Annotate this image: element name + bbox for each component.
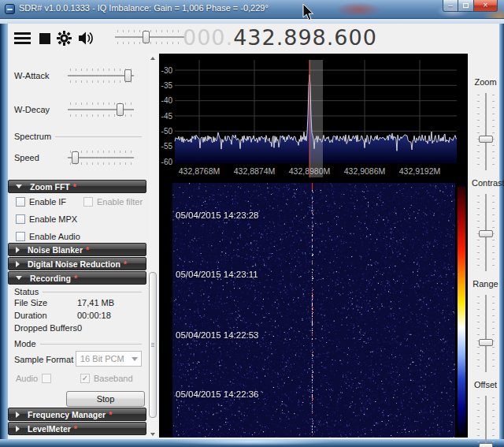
ticks <box>477 397 480 447</box>
enable-filter-checkbox <box>83 197 93 207</box>
collapse-icon <box>16 184 22 188</box>
range-slider[interactable] <box>476 295 496 372</box>
audio-checkbox <box>42 374 51 383</box>
collapse-icon <box>16 276 22 280</box>
ticks <box>477 296 480 371</box>
waterfall-display[interactable]: 05/04/2015 14:23:2805/04/2015 14:23:1105… <box>159 183 468 438</box>
w-decay-label: W-Decay <box>14 105 50 114</box>
status-group-label: Status <box>14 287 142 296</box>
audio-checkbox-row: Audio <box>16 374 51 383</box>
svg-text:432,9192M: 432,9192M <box>399 166 441 176</box>
sidebar: W-Attack W-Decay Spectrum Speed Zoom FFT… <box>8 54 146 439</box>
ticks <box>477 95 480 169</box>
panel-header-levelmeter[interactable]: LevelMeter * <box>8 422 146 435</box>
speed-slider[interactable] <box>68 149 134 166</box>
titlebar[interactable]: SDR# v1.0.0.1333 - IQ Imbalance: Gain = … <box>0 0 504 19</box>
svg-text:432,8874M: 432,8874M <box>234 166 276 176</box>
window-frame-right <box>499 24 504 439</box>
waterfall-color-scale <box>458 187 465 434</box>
enable-mpx-checkbox[interactable] <box>16 214 25 224</box>
ticks <box>70 69 132 71</box>
panel-header-recording[interactable]: Recording * <box>8 271 146 285</box>
zoom-thumb[interactable] <box>479 136 493 143</box>
w-decay-slider[interactable] <box>68 101 134 118</box>
panel-header-frequency-manager[interactable]: Frequency Manager * <box>8 408 146 421</box>
speed-thumb[interactable] <box>72 151 79 164</box>
ticks <box>492 296 495 371</box>
panel-header-digital-noise-reduction[interactable]: Digital Noise Reduction * <box>8 257 146 270</box>
frequency-value: 432.898.600 <box>233 25 377 50</box>
zoom-slider[interactable] <box>476 93 496 170</box>
maximize-button[interactable] <box>458 0 474 12</box>
enable-mpx-checkbox-row[interactable]: Enable MPX <box>16 214 77 224</box>
enable-audio-checkbox[interactable] <box>16 232 25 241</box>
ticks <box>70 162 132 165</box>
w-attack-label: W-Attack <box>14 71 49 80</box>
gear-icon[interactable] <box>57 31 72 46</box>
offset-thumb[interactable] <box>479 443 493 447</box>
range-thumb[interactable] <box>479 339 493 346</box>
minimize-button[interactable]: – <box>443 0 458 12</box>
maximize-icon <box>463 3 469 8</box>
audio-label: Audio <box>16 374 38 383</box>
volume-thumb[interactable] <box>143 31 150 43</box>
baseband-checkbox-row: ✓ Baseband <box>80 374 133 383</box>
panel-asterisk: * <box>74 274 77 283</box>
waterfall-timestamp: 05/04/2015 14:23:11 <box>176 270 258 279</box>
ticks <box>492 397 495 447</box>
w-attack-thumb[interactable] <box>124 69 132 82</box>
track <box>68 109 134 110</box>
ticks <box>70 80 132 83</box>
right-control-panel: Zoom Contrast Range Offset <box>472 54 499 439</box>
dropped-buffers-label: Dropped Buffers <box>14 323 77 333</box>
panel-header-zoom-fft[interactable]: Zoom FFT * <box>8 180 146 193</box>
volume-ticks-bottom <box>117 42 182 44</box>
panel-header-noise-blanker[interactable]: Noise Blanker * <box>8 243 146 256</box>
scroll-up-icon[interactable] <box>150 57 155 60</box>
mouse-cursor <box>302 4 315 21</box>
scroll-down-icon[interactable] <box>150 433 155 436</box>
speed-label: Speed <box>14 153 39 162</box>
check-icon: ✓ <box>82 374 88 382</box>
w-decay-thumb[interactable] <box>117 103 124 116</box>
dropped-buffers-value: 0 <box>77 323 82 333</box>
panel-asterisk: * <box>73 182 76 192</box>
frequency-prefix: 000. <box>183 25 233 50</box>
svg-text:-55: -55 <box>161 142 173 151</box>
offset-label: Offset <box>472 380 499 389</box>
sidebar-scrollbar[interactable] <box>149 54 157 439</box>
track <box>485 93 487 170</box>
waterfall-timestamp: 05/04/2015 14:23:28 <box>176 210 259 220</box>
volume-track <box>115 36 184 38</box>
svg-text:-40: -40 <box>161 96 173 105</box>
volume-slider[interactable] <box>115 28 184 47</box>
spectrum-plot[interactable]: -30-35-40-45-50-55-60432,8768M432,8874M4… <box>159 54 468 181</box>
offset-slider[interactable] <box>476 396 496 447</box>
panel-asterisk: * <box>86 245 89 255</box>
file-size-label: File Size <box>14 298 47 307</box>
stop-play-icon[interactable] <box>39 33 50 44</box>
enable-audio-checkbox-row[interactable]: Enable Audio <box>16 232 80 241</box>
contrast-label: Contrast <box>472 178 499 188</box>
svg-text:-35: -35 <box>161 81 173 90</box>
scrollbar-thumb[interactable] <box>149 272 157 418</box>
ticks <box>70 151 132 153</box>
speaker-icon[interactable] <box>79 32 96 45</box>
w-attack-slider[interactable] <box>68 67 134 84</box>
waterfall-timestamps: 05/04/2015 14:23:2805/04/2015 14:23:1105… <box>176 183 412 438</box>
contrast-slider[interactable] <box>476 194 496 271</box>
sample-format-dropdown: 16 Bit PCM <box>76 351 142 367</box>
menu-icon[interactable] <box>14 32 31 44</box>
sample-format-value: 16 Bit PCM <box>80 354 124 363</box>
close-button[interactable]: × <box>474 0 498 12</box>
svg-text:-60: -60 <box>161 158 173 166</box>
close-icon: × <box>484 1 488 9</box>
frequency-display[interactable]: 000.432.898.600 <box>183 25 377 50</box>
contrast-thumb[interactable] <box>479 230 493 237</box>
ticks <box>492 95 495 169</box>
enable-if-checkbox[interactable] <box>16 197 25 207</box>
panel-asterisk: * <box>74 424 77 434</box>
enable-if-checkbox-row[interactable]: Enable IF <box>16 197 66 207</box>
file-size-value: 17,41 MB <box>77 298 114 307</box>
stop-button[interactable]: Stop <box>66 391 145 407</box>
